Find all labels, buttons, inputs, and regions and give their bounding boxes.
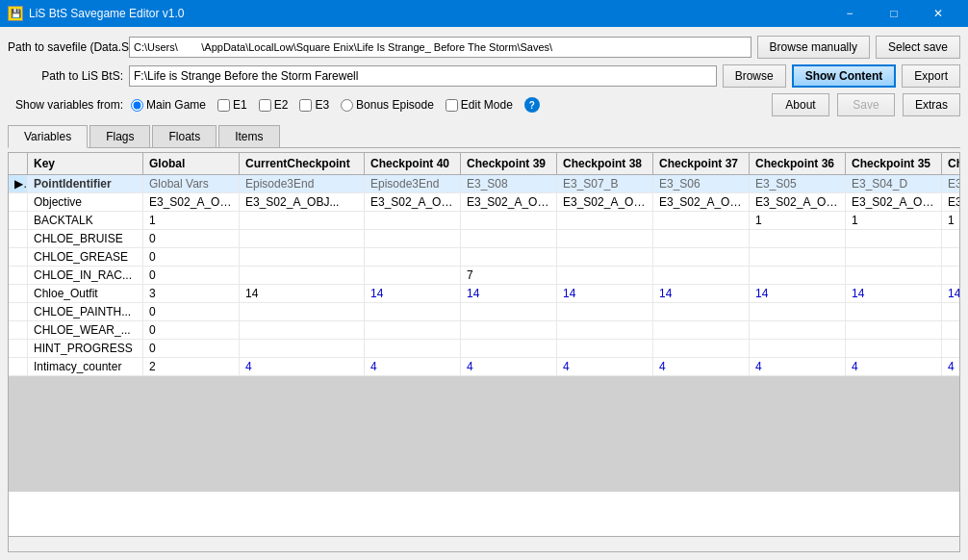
minimize-button[interactable]: − [828,0,872,27]
radio-e2[interactable]: E2 [259,98,289,112]
cell-cp34-pi: E3_S04 [942,175,959,192]
cell-cp-current [240,248,365,266]
cell-cp40 [365,267,461,284]
table-row[interactable]: HINT_PROGRESS 0 [9,340,959,358]
cell-cp40 [365,321,461,339]
cell-cp39 [461,212,557,229]
show-vars-label: Show variables from: [8,98,123,112]
cell-global: 0 [143,303,240,320]
table-row[interactable]: Intimacy_counter 2 4 4 4 4 4 4 4 4 [9,358,959,376]
cell-cp-current: 14 [240,285,365,302]
col-header-current-cp[interactable]: CurrentCheckpoint [240,153,365,174]
radio-e1[interactable]: E1 [217,98,247,112]
cell-key: Objective [28,193,143,211]
cell-cp-current [240,230,365,247]
cell-cp-current [240,212,365,229]
table-row[interactable]: CHLOE_WEAR_... 0 [9,321,959,340]
col-header-cp34[interactable]: Checkp... [942,153,959,174]
table-row[interactable]: Objective E3_S02_A_OBJ... E3_S02_A_OBJ..… [9,193,959,212]
cell-cp35 [846,321,942,339]
close-button[interactable]: ✕ [916,0,960,27]
col-header-cp37[interactable]: Checkpoint 37 [653,153,750,174]
tab-items[interactable]: Items [218,125,279,147]
cell-key: CHLOE_GREASE [28,248,143,266]
col-header-key[interactable]: Key [28,153,143,174]
cell-key: Chloe_Outfit [28,285,143,302]
radio-e3[interactable]: E3 [299,98,329,112]
empty-table-area [9,376,959,492]
cell-cp-current-pi: Episode3End [240,175,365,192]
col-header-cp36[interactable]: Checkpoint 36 [750,153,846,174]
browse-manually-button[interactable]: Browse manually [757,36,870,59]
table-row[interactable]: CHLOE_BRUISE 0 [9,230,959,248]
table-row[interactable]: CHLOE_GREASE 0 [9,248,959,267]
radio-main-game-input[interactable] [131,99,143,112]
cell-global: 1 [143,212,240,229]
col-header-cp39[interactable]: Checkpoint 39 [461,153,557,174]
cell-cp37 [653,340,750,357]
tab-floats[interactable]: Floats [152,125,217,147]
col-header-cp35[interactable]: Checkpoint 35 [846,153,942,174]
cell-key: Intimacy_counter [28,358,143,375]
lis-path-label: Path to LiS BtS: [8,69,123,83]
radio-bonus[interactable]: Bonus Episode [341,98,434,112]
table-row-subheader[interactable]: ▶ PointIdentifier Global Vars Episode3En… [9,175,959,193]
table-row[interactable]: CHLOE_PAINTH... 0 [9,303,959,321]
browse-button[interactable]: Browse [723,64,786,88]
tab-flags[interactable]: Flags [89,125,150,147]
export-button[interactable]: Export [902,64,960,88]
tab-bar: Variables Flags Floats Items [8,125,960,148]
edit-mode-input[interactable] [446,99,458,112]
cell-cp35: E3_S02_A_OBJ... [846,193,942,211]
cell-cp38: E3_S02_A_OBJ... [557,193,653,211]
cell-global: 0 [143,321,240,339]
col-header-cp38[interactable]: Checkpoint 38 [557,153,653,174]
cell-cp38 [557,230,653,247]
table-row[interactable]: BACKTALK 1 1 1 1 [9,212,959,230]
cell-cp38 [557,303,653,320]
help-icon[interactable]: ? [524,97,540,113]
radio-main-game[interactable]: Main Game [131,98,206,112]
radio-e2-input[interactable] [259,99,271,112]
radio-e3-input[interactable] [299,99,312,112]
col-header-cp40[interactable]: Checkpoint 40 [365,153,461,174]
cell-cp38 [557,212,653,229]
tab-variables[interactable]: Variables [8,125,88,148]
cell-cp40 [365,248,461,266]
cell-cp36: E3_S02_A_OBJ... [750,193,846,211]
cell-global: 0 [143,340,240,357]
table-scroll-wrapper[interactable]: Key Global CurrentCheckpoint Checkpoint … [9,153,959,536]
col-header-global[interactable]: Global [143,153,240,174]
title-bar: 💾 LiS BtS Savegame Editor v1.0 − □ ✕ [0,0,968,27]
cell-cp34: E3_S02 [942,193,959,211]
radio-e1-input[interactable] [217,99,230,112]
maximize-button[interactable]: □ [872,0,916,27]
cell-cp38-pi: E3_S07_B [557,175,653,192]
cell-cp35 [846,267,942,284]
cell-cp35 [846,248,942,266]
extras-button[interactable]: Extras [903,93,960,116]
cell-arrow [9,285,28,302]
show-content-button[interactable]: Show Content [792,64,897,88]
cell-cp36 [750,321,846,339]
cell-cp37: E3_S02_A_OBJ... [653,193,750,211]
app-icon: 💾 [8,6,23,21]
lis-path-input[interactable] [129,65,717,87]
h-scrollbar[interactable] [9,536,959,551]
table-row[interactable]: CHLOE_IN_RAC... 0 7 [9,267,959,285]
cell-cp-current [240,321,365,339]
edit-mode-checkbox[interactable]: Edit Mode [446,98,513,112]
select-save-button[interactable]: Select save [876,36,960,59]
cell-cp34: 14 [942,285,959,302]
cell-cp39: 7 [461,267,557,284]
about-button[interactable]: About [772,93,829,116]
save-path-input[interactable] [129,37,751,58]
radio-bonus-input[interactable] [341,99,353,112]
col-header-arrow[interactable] [9,153,28,174]
cell-global: 3 [143,285,240,302]
save-button[interactable]: Save [837,93,895,116]
cell-cp34 [942,340,959,357]
cell-cp37: 4 [653,358,750,375]
table-row[interactable]: Chloe_Outfit 3 14 14 14 14 14 14 14 14 [9,285,959,303]
cell-cp-current [240,303,365,320]
